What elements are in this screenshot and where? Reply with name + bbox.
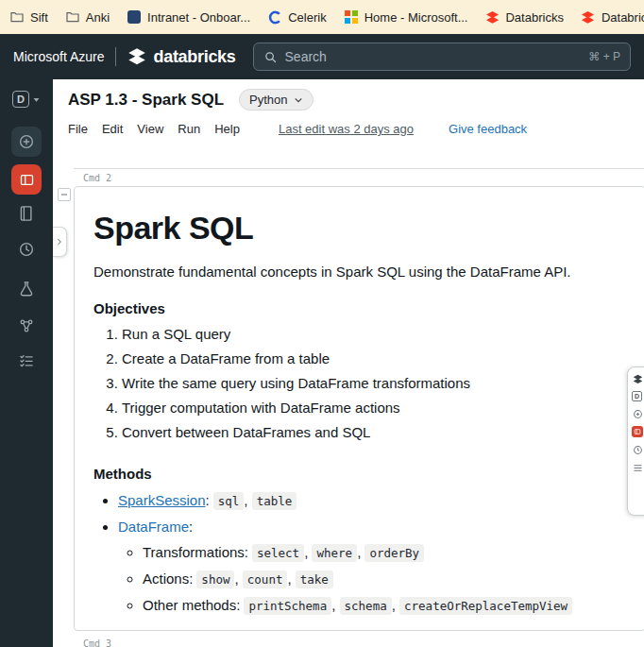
new-button[interactable] bbox=[11, 127, 42, 157]
chip-separator: , bbox=[392, 597, 399, 613]
code-chip: show bbox=[196, 570, 234, 588]
book-icon bbox=[18, 205, 35, 222]
bookmark-label: Celerik bbox=[288, 10, 326, 25]
last-edit-link[interactable]: Last edit was 2 days ago bbox=[279, 122, 414, 136]
sidebar-item-workspace[interactable] bbox=[11, 164, 42, 195]
sidebar-item-catalog[interactable] bbox=[11, 198, 42, 229]
databricks-favicon bbox=[581, 9, 596, 25]
body-row: D bbox=[0, 79, 644, 647]
screen: Sift Anki Intranet - Onboar... Celerik H… bbox=[0, 0, 644, 647]
sparksession-link[interactable]: SparkSession bbox=[118, 492, 206, 508]
markdown-cell[interactable]: Spark SQL Demonstrate fundamental concep… bbox=[74, 186, 644, 631]
databricks-logo[interactable]: databricks bbox=[127, 47, 235, 67]
list-item: SparkSession:sql, table bbox=[118, 487, 626, 514]
floating-mini-panel[interactable]: D bbox=[627, 366, 644, 516]
methods-title: Methods bbox=[93, 466, 626, 482]
code-chip: take bbox=[296, 570, 333, 588]
list-item: Other methods:printSchema, schema, creat… bbox=[143, 592, 626, 619]
sidebar-item-experiments[interactable] bbox=[11, 274, 42, 304]
bookmark-label: Intranet - Onboar... bbox=[147, 10, 250, 25]
menu-file[interactable]: File bbox=[68, 122, 88, 136]
intranet-favicon bbox=[127, 9, 142, 25]
bookmark-item-databricks[interactable]: Databricks bbox=[484, 9, 563, 25]
chevron-down-icon bbox=[294, 95, 303, 105]
code-chip: createOrReplaceTempView bbox=[399, 597, 572, 615]
sidebar-item-job-runs[interactable] bbox=[11, 346, 42, 376]
notebook-main: ASP 1.3 - Spark SQL Python File Edit Vie… bbox=[53, 79, 644, 647]
browser-bookmarks-bar: Sift Anki Intranet - Onboar... Celerik H… bbox=[0, 0, 644, 34]
cell-intro: Demonstrate fundamental concepts in Spar… bbox=[93, 264, 626, 280]
objectives-title: Objectives bbox=[93, 300, 626, 316]
databricks-top-nav: Microsoft Azure databricks ⌘ + P bbox=[0, 34, 644, 79]
mini-checklist-icon bbox=[632, 462, 643, 473]
bookmark-item-databricks-2[interactable]: Databric... bbox=[581, 9, 644, 25]
menu-edit[interactable]: Edit bbox=[102, 122, 123, 136]
chevron-right-icon bbox=[56, 237, 63, 247]
notebook-title: ASP 1.3 - Spark SQL bbox=[68, 91, 224, 110]
language-selector[interactable]: Python bbox=[239, 89, 313, 111]
collapse-cell-button[interactable] bbox=[58, 188, 71, 201]
notebook-panel-icon bbox=[19, 172, 35, 188]
databricks-wordmark: databricks bbox=[153, 47, 235, 67]
bookmark-item-anki[interactable]: Anki bbox=[65, 9, 110, 25]
sidebar-item-recents[interactable] bbox=[11, 234, 42, 264]
code-chip: where bbox=[312, 544, 357, 562]
bookmark-item-microsoft[interactable]: Home - Microsoft... bbox=[344, 9, 468, 25]
list-item: Create a DataFrame from a table bbox=[122, 347, 626, 371]
code-chip: table bbox=[252, 492, 297, 510]
menu-help[interactable]: Help bbox=[214, 122, 240, 136]
cmd2-label: Cmd 2 bbox=[83, 173, 111, 183]
chevron-down-icon bbox=[32, 95, 41, 104]
bookmark-label: Sift bbox=[30, 10, 48, 25]
workspace-initial-icon: D bbox=[12, 91, 29, 108]
bookmark-label: Home - Microsoft... bbox=[364, 10, 468, 25]
minus-icon bbox=[60, 191, 68, 198]
cell-heading: Spark SQL bbox=[93, 210, 626, 247]
other-methods-label: Other methods: bbox=[143, 597, 240, 613]
code-chip-group: sql, table bbox=[213, 492, 297, 508]
sidebar-item-compute[interactable] bbox=[11, 311, 42, 341]
bookmark-item-intranet[interactable]: Intranet - Onboar... bbox=[127, 9, 250, 25]
sidebar-expand-handle[interactable] bbox=[53, 227, 67, 257]
bookmark-label: Databric... bbox=[602, 10, 644, 25]
list-item: Trigger computation with DataFrame actio… bbox=[122, 396, 626, 420]
bookmark-item-sift[interactable]: Sift bbox=[9, 9, 48, 25]
search-input[interactable] bbox=[285, 49, 582, 64]
notebook-menubar: File Edit View Run Help Last edit was 2 … bbox=[68, 122, 644, 136]
dataframe-link[interactable]: DataFrame bbox=[118, 519, 189, 535]
code-chip-group: printSchema, schema, createOrReplaceTemp… bbox=[244, 597, 572, 613]
give-feedback-link[interactable]: Give feedback bbox=[449, 122, 527, 136]
bookmark-item-celerik[interactable]: Celerik bbox=[267, 9, 326, 25]
list-item: Run a SQL query bbox=[122, 322, 626, 347]
workspace-switcher[interactable]: D bbox=[12, 91, 41, 108]
databricks-favicon bbox=[484, 9, 500, 25]
nodes-icon bbox=[18, 317, 35, 334]
code-chip: select bbox=[252, 544, 304, 562]
notebook-header: ASP 1.3 - Spark SQL Python File Edit Vie… bbox=[53, 79, 644, 136]
chip-separator: , bbox=[287, 570, 295, 587]
list-item: Transformations:select, where, orderBy bbox=[143, 539, 626, 566]
code-chip: sql bbox=[213, 492, 245, 510]
left-sidebar: D bbox=[0, 79, 53, 647]
methods-list: SparkSession:sql, table DataFrame: Trans… bbox=[93, 487, 626, 619]
search-box[interactable]: ⌘ + P bbox=[253, 43, 631, 71]
menu-view[interactable]: View bbox=[137, 122, 163, 136]
dataframe-sublist: Transformations:select, where, orderBy A… bbox=[118, 539, 626, 619]
flask-icon bbox=[18, 281, 35, 298]
mini-workspace-icon: D bbox=[632, 391, 642, 401]
menu-run[interactable]: Run bbox=[178, 122, 200, 136]
mini-plus-circle-icon bbox=[632, 408, 643, 419]
search-icon bbox=[263, 50, 278, 64]
microsoft-favicon bbox=[344, 9, 359, 25]
language-label: Python bbox=[249, 93, 287, 107]
colon: : bbox=[206, 492, 210, 508]
bookmark-label: Databricks bbox=[505, 10, 563, 25]
list-item: Convert between DataFrames and SQL bbox=[122, 420, 626, 445]
colon: : bbox=[189, 519, 193, 535]
objectives-list: Run a SQL query Create a DataFrame from … bbox=[93, 322, 626, 445]
code-chip-group: show, count, take bbox=[196, 570, 333, 587]
cmd3-label: Cmd 3 bbox=[83, 638, 111, 647]
azure-label: Microsoft Azure bbox=[13, 49, 104, 64]
bookmark-label: Anki bbox=[86, 10, 110, 25]
checklist-icon bbox=[18, 352, 35, 369]
